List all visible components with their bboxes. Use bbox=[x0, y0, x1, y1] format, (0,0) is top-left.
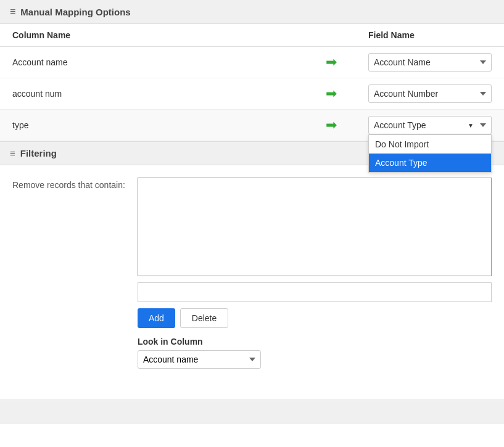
right-arrow-icon: ➡ bbox=[326, 117, 337, 133]
column-name-cell: Account name bbox=[0, 47, 307, 78]
filter-label: Remove records that contain: bbox=[12, 178, 125, 369]
table-row: type ➡ Account Type ▼ Do Not Import Acco… bbox=[0, 110, 504, 141]
table-row: account num ➡ Account Name Account Numbe… bbox=[0, 78, 504, 110]
filtering-section: ≡ Filtering Remove records that contain:… bbox=[0, 141, 504, 387]
filter-right: Add Delete Look in Column Account name bbox=[138, 178, 492, 369]
field-name-cell: Account Name Account Number Account Type… bbox=[356, 47, 504, 78]
add-button[interactable]: Add bbox=[138, 308, 175, 328]
look-in-select[interactable]: Account name bbox=[138, 350, 261, 369]
filter-textarea[interactable] bbox=[138, 178, 492, 276]
look-in-section: Look in Column Account name bbox=[138, 337, 492, 369]
hamburger-icon: ≡ bbox=[10, 6, 15, 17]
field-name-cell: Account Type ▼ Do Not Import Account Typ… bbox=[356, 110, 504, 141]
filtering-title: Filtering bbox=[20, 148, 57, 158]
filtering-body: Remove records that contain: Add Delete … bbox=[0, 165, 504, 387]
field-name-header: Field Name bbox=[356, 24, 504, 47]
table-row: Account name ➡ Account Name Account Numb… bbox=[0, 47, 504, 78]
bottom-bar bbox=[0, 400, 504, 424]
field-name-cell: Account Name Account Number Account Type… bbox=[356, 78, 504, 110]
right-arrow-icon: ➡ bbox=[326, 54, 337, 70]
manual-mapping-title: Manual Mapping Options bbox=[20, 7, 130, 17]
right-arrow-icon: ➡ bbox=[326, 86, 337, 102]
page-container: ≡ Manual Mapping Options Column Name Fie… bbox=[0, 0, 504, 447]
arrow-cell: ➡ bbox=[307, 78, 356, 110]
type-dropdown-value: Account Type bbox=[374, 120, 426, 130]
column-name-cell: account num bbox=[0, 78, 307, 110]
arrow-cell: ➡ bbox=[307, 110, 356, 141]
mapping-table: Column Name Field Name Account name ➡ Ac… bbox=[0, 24, 504, 141]
type-dropdown-menu: Do Not Import Account Type bbox=[368, 134, 492, 173]
filter-buttons: Add Delete bbox=[138, 308, 492, 328]
look-in-label: Look in Column bbox=[138, 337, 492, 347]
delete-button[interactable]: Delete bbox=[180, 308, 228, 328]
column-name-cell: type bbox=[0, 110, 307, 141]
dropdown-item-account-type[interactable]: Account Type bbox=[369, 154, 491, 172]
manual-mapping-header: ≡ Manual Mapping Options bbox=[0, 0, 504, 24]
arrow-header bbox=[307, 24, 356, 47]
account-name-select[interactable]: Account Name Account Number Account Type… bbox=[368, 53, 492, 72]
dropdown-item-do-not-import[interactable]: Do Not Import bbox=[369, 135, 491, 154]
filter-input[interactable] bbox=[138, 282, 492, 302]
type-dropdown-trigger[interactable]: Account Type ▼ bbox=[368, 116, 492, 134]
arrow-cell: ➡ bbox=[307, 47, 356, 78]
account-num-select[interactable]: Account Name Account Number Account Type… bbox=[368, 84, 492, 103]
column-name-header: Column Name bbox=[0, 24, 307, 47]
hamburger-icon: ≡ bbox=[10, 148, 15, 158]
type-dropdown-container: Account Type ▼ Do Not Import Account Typ… bbox=[368, 116, 492, 134]
chevron-down-icon: ▼ bbox=[468, 122, 474, 129]
